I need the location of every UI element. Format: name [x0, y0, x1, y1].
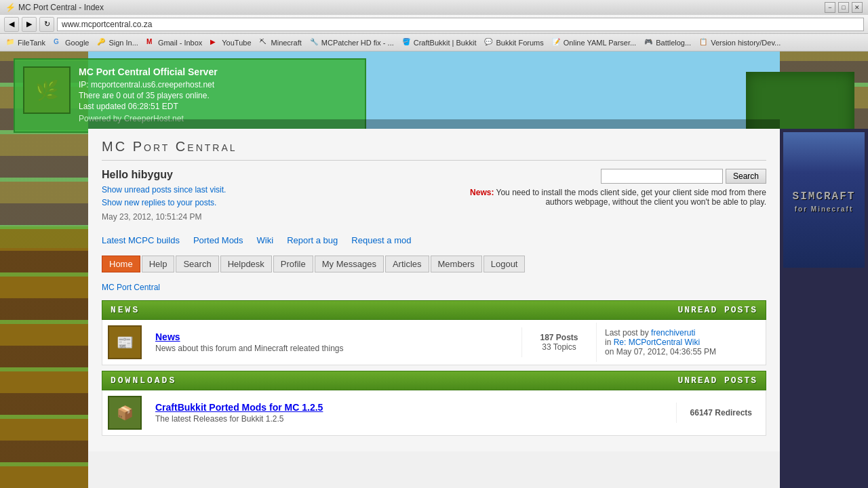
title-bar: ⚡ MC Port Central - Index − □ ✕	[0, 0, 868, 15]
menu-tabs: Home Help Search Helpdesk Profile My Mes…	[102, 256, 766, 272]
address-bar[interactable]: www.mcportcentral.co.za	[57, 18, 864, 31]
forum-name-link[interactable]: News	[155, 331, 180, 342]
forum-stats-news: 187 Posts 33 Topics	[521, 327, 596, 357]
bookmark-craftbukkit[interactable]: 🪣 CraftBukkit | Bukkit	[400, 37, 479, 48]
bookmark-label: Google	[65, 39, 89, 47]
search-input[interactable]	[601, 169, 723, 184]
title-bar-controls[interactable]: − □ ✕	[825, 2, 863, 13]
forward-button[interactable]: ▶	[22, 17, 37, 32]
bookmark-label: Sign In...	[108, 39, 138, 47]
replies-link[interactable]: Show new replies to your posts.	[102, 197, 461, 209]
bookmark-mcpatcher[interactable]: 🔧 MCPatcher HD fix - ...	[308, 37, 396, 48]
bookmark-minecraft[interactable]: ⛏ Minecraft	[258, 37, 304, 48]
tab-profile[interactable]: Profile	[273, 256, 313, 272]
youtube-icon: ▶	[210, 38, 220, 47]
bookmark-label: Version history/Dev...	[711, 39, 781, 47]
news-body: You need to install the mods client side…	[496, 188, 766, 207]
news-prefix: News:	[470, 188, 494, 197]
bookmark-label: FileTank	[18, 39, 45, 47]
back-button[interactable]: ◀	[4, 17, 19, 32]
server-updated: Last updated 06:28:51 EDT	[79, 102, 218, 111]
bookmark-label: CraftBukkit | Bukkit	[414, 39, 477, 47]
simcraft-subtitle: for Minecraft	[795, 205, 854, 213]
page-title: MC Port Central	[102, 139, 766, 161]
last-post-date: on May 07, 2012, 04:36:55 PM	[605, 347, 716, 357]
mcpatcher-icon: 🔧	[310, 38, 319, 47]
bookmark-bukkit-forums[interactable]: 💬 Bukkit Forums	[482, 37, 545, 48]
news-section: NEWS UNREAD POSTS 📰 News News about this…	[102, 300, 766, 365]
downloads-section: DOWNLOADS UNREAD POSTS 📦 CraftBukkit Por…	[102, 371, 766, 436]
filetank-icon: 📁	[6, 38, 16, 47]
search-section: Search News: You need to install the mod…	[461, 169, 766, 222]
server-players: There are 0 out of 35 players online.	[79, 91, 218, 100]
nav-wiki[interactable]: Wiki	[257, 235, 274, 245]
simcraft-ad[interactable]: SIMCRAFT for Minecraft	[780, 129, 868, 488]
download-row-craftbukkit: 📦 CraftBukkit Ported Mods for MC 1.2.5 T…	[102, 390, 766, 436]
nav-request-mod[interactable]: Request a mod	[351, 235, 411, 245]
simcraft-title: SIMCRAFT	[793, 190, 856, 203]
bookmarks-bar: 📁 FileTank G Google 🔑 Sign In... M Gmail…	[0, 34, 868, 52]
minimize-button[interactable]: −	[825, 2, 835, 13]
bookmark-label: Battlelog...	[656, 39, 691, 47]
craftbukkit-icon: 🪣	[402, 38, 412, 47]
nav-bar: ◀ ▶ ↻ www.mcportcentral.co.za	[0, 15, 868, 34]
search-button[interactable]: Search	[726, 169, 766, 184]
bookmark-version-history[interactable]: 📋 Version history/Dev...	[697, 37, 783, 48]
tab-logout[interactable]: Logout	[484, 256, 526, 272]
content-inner: MC Port Central Hello hibyguy Show unrea…	[88, 129, 780, 451]
tab-articles[interactable]: Articles	[385, 256, 429, 272]
bookmark-youtube[interactable]: ▶ YouTube	[208, 37, 253, 48]
nav-latest-mcpc[interactable]: Latest MCPC builds	[102, 235, 180, 245]
news-section-header: NEWS UNREAD POSTS	[102, 300, 766, 320]
tab-search[interactable]: Search	[176, 256, 218, 272]
bookmark-yaml[interactable]: 📝 Online YAML Parser...	[550, 37, 638, 48]
tab-home[interactable]: Home	[102, 256, 140, 272]
forum-row-news: 📰 News News about this forum and Minecra…	[102, 320, 766, 365]
news-unread-label: UNREAD POSTS	[677, 305, 757, 315]
nav-ported-mods[interactable]: Ported Mods	[193, 235, 243, 245]
close-button[interactable]: ✕	[852, 2, 863, 13]
greeting-name: Hello hibyguy	[102, 169, 461, 181]
forum-info-news: News News about this forum and Minecraft…	[147, 326, 521, 359]
greeting-links: Show unread posts since last visit. Show…	[102, 184, 461, 209]
tab-my-messages[interactable]: My Messages	[315, 256, 384, 272]
top-nav-links: Latest MCPC builds Ported Mods Wiki Repo…	[102, 232, 766, 249]
download-name-craftbukkit[interactable]: CraftBukkit Ported Mods for MC 1.2.5	[155, 402, 668, 413]
breadcrumb: MC Port Central	[102, 283, 766, 292]
server-logo-icon: 🌿	[35, 79, 59, 102]
gmail-icon: M	[146, 38, 156, 47]
bookmark-label: YouTube	[222, 39, 251, 47]
search-box: Search	[601, 169, 766, 184]
last-post-author-link[interactable]: frenchiveruti	[651, 328, 695, 338]
news-section-title: NEWS	[111, 305, 140, 315]
forum-icon-news: 📰	[108, 325, 142, 359]
last-post-label: Last post	[605, 328, 640, 338]
nav-report-bug[interactable]: Report a bug	[287, 235, 338, 245]
download-name-link[interactable]: CraftBukkit Ported Mods for MC 1.2.5	[155, 402, 323, 413]
version-history-icon: 📋	[699, 38, 709, 47]
bookmark-battlelog[interactable]: 🎮 Battlelog...	[642, 37, 693, 48]
download-desc-craftbukkit: The latest Releases for Bukkit 1.2.5	[155, 414, 668, 424]
download-redirects-count: 66147 Redirects	[690, 408, 752, 418]
maximize-button[interactable]: □	[838, 2, 849, 13]
forum-name-news[interactable]: News	[155, 331, 513, 342]
browser-title: MC Port Central - Index	[18, 3, 104, 12]
top-section: Hello hibyguy Show unread posts since la…	[102, 169, 766, 222]
last-post-by: by frenchiveruti	[640, 328, 695, 338]
bookmark-google[interactable]: G Google	[52, 37, 91, 48]
unread-posts-link[interactable]: Show unread posts since last visit.	[102, 184, 461, 197]
tab-helpdesk[interactable]: Helpdesk	[220, 256, 272, 272]
bukkit-forums-icon: 💬	[484, 38, 494, 47]
tab-help[interactable]: Help	[142, 256, 175, 272]
server-name: MC Port Central Official Server	[79, 66, 218, 77]
bookmark-gmail[interactable]: M Gmail - Inbox	[144, 37, 204, 48]
breadcrumb-link[interactable]: MC Port Central	[102, 283, 160, 292]
last-post-in: in Re: MCPortCentral Wiki	[605, 338, 700, 347]
refresh-button[interactable]: ↻	[39, 17, 54, 32]
bookmark-signin[interactable]: 🔑 Sign In...	[95, 37, 140, 48]
tab-members[interactable]: Members	[431, 256, 482, 272]
last-visit-date: May 23, 2012, 10:51:24 PM	[102, 212, 461, 222]
last-post-topic-link[interactable]: Re: MCPortCentral Wiki	[614, 338, 700, 347]
server-details: MC Port Central Official Server IP: mcpo…	[79, 66, 218, 125]
bookmark-filetank[interactable]: 📁 FileTank	[4, 37, 47, 48]
